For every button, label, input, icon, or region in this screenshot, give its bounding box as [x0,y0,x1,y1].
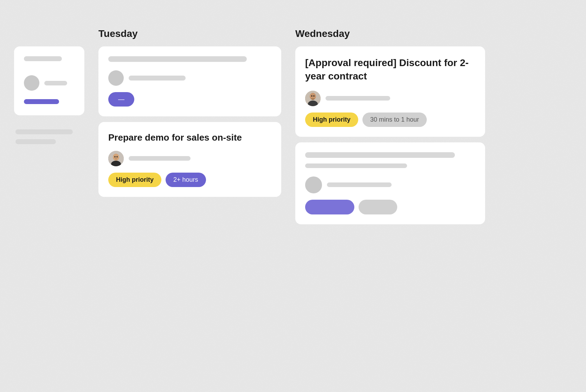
monday-card [14,46,84,115]
col-monday: Monday [0,28,91,378]
wednesday-card-2[interactable] [295,142,485,224]
wednesday-c2-avatar [305,176,322,193]
tuesday-c2-priority-tag: High priority [108,173,161,187]
tuesday-c1-tags: — [108,92,271,107]
tuesday-c2-tags: High priority 2+ hours [108,173,271,187]
tuesday-c1-tag: — [108,92,134,107]
monday-skeleton [24,56,75,105]
wednesday-c2-bar2 [305,163,407,168]
tuesday-c2-duration-tag: 2+ hours [166,173,206,187]
monday-bar-2 [15,129,73,134]
monday-tag [24,99,59,104]
main-layout: Monday Tuesday [0,0,586,392]
tuesday-c1-title-bar [108,56,247,62]
wednesday-c1-tags: High priority 30 mins to 1 hour [305,113,475,127]
tuesday-card-2[interactable]: Prepare demo for sales on-site [98,122,281,197]
tuesday-c2-avatar-row [108,151,271,166]
tuesday-c1-avatar-row [108,70,271,86]
col-wednesday: Wednesday [Approval required] Discount f… [288,28,492,378]
tuesday-c1-name-bar [129,76,186,81]
tuesday-card-1[interactable]: — [98,46,281,116]
wednesday-c2-tags [305,200,475,214]
wednesday-card-1[interactable]: [Approval required] Discount for 2-year … [295,46,485,137]
wednesday-c1-title: [Approval required] Discount for 2-year … [305,56,475,83]
wednesday-c1-name-bar [326,96,390,101]
monday-lower-bars [14,129,84,144]
monday-name-bar [44,81,67,85]
wednesday-header: Wednesday [295,28,485,39]
wednesday-c1-avatar [305,91,321,106]
tuesday-c1-avatar [108,70,124,86]
monday-bar-3 [15,139,56,144]
svg-rect-5 [108,151,124,166]
tuesday-c2-name-bar [129,156,191,161]
skeleton-bar-1 [24,56,62,61]
tuesday-c2-avatar [108,151,124,166]
wednesday-c1-avatar-img [305,91,321,106]
tuesday-header: Tuesday [98,28,281,39]
col-tuesday: Tuesday — Prepare demo for sales on-site [91,28,288,378]
monday-avatar [24,75,39,91]
wednesday-c2-avatar-row [305,176,475,193]
svg-rect-11 [305,91,321,106]
tuesday-c2-title: Prepare demo for sales on-site [108,132,271,144]
wednesday-c2-name-bar [327,182,392,187]
tuesday-c2-avatar-img [108,151,124,166]
wednesday-c2-bar1 [305,152,455,158]
wednesday-c1-avatar-row [305,91,475,106]
monday-avatar-row [24,75,75,91]
wednesday-c1-duration-tag: 30 mins to 1 hour [362,113,427,127]
wednesday-c1-priority-tag: High priority [305,113,358,127]
wednesday-c2-tag2 [359,200,397,214]
wednesday-c2-tag1 [305,200,354,214]
